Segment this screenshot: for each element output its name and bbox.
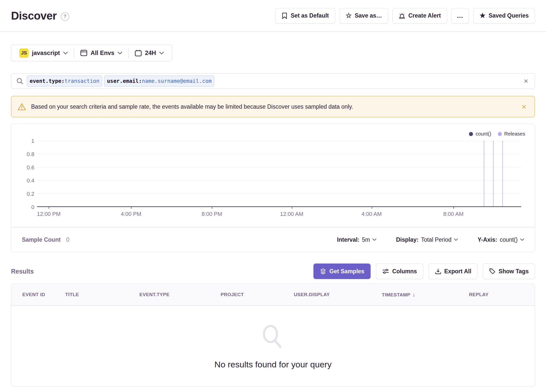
window-icon [80,50,87,56]
page-title: Discover [11,10,57,22]
display-value: Total Period [421,236,451,243]
token-value: name.surname@email.com [142,78,212,84]
release-line[interactable] [502,141,503,206]
token-value: transaction [64,78,99,84]
y-axis-value: count() [500,236,518,243]
search-icon [16,78,23,85]
saved-queries-button[interactable]: ★ Saved Queries [473,8,535,24]
siren-icon [399,13,405,19]
column-header-timestamp[interactable]: TIMESTAMP↓ [382,291,469,298]
empty-message: No results found for your query [215,360,332,369]
environment-selector[interactable]: All Envs [74,49,128,56]
column-header-user-display[interactable]: USER.DISPLAY [294,292,382,297]
save-as-button[interactable]: ☆ Save as… [339,8,388,24]
y-axis-tick-label: 0.6 [11,164,34,171]
button-label: Export All [444,268,471,275]
interval-selector[interactable]: Interval: 5m [337,236,376,243]
column-header-event-id[interactable]: EVENT ID [22,292,65,297]
button-label: Get Samples [329,268,364,275]
time-range-selector[interactable]: 24H [129,49,170,56]
column-header-title[interactable]: TITLE [65,292,140,297]
button-label: Saved Queries [489,12,529,19]
release-line[interactable] [484,141,484,206]
x-axis-tick [453,206,454,209]
button-label: Show Tags [499,268,529,275]
stack-icon [320,268,326,275]
interval-value: 5m [362,236,370,243]
environment-selector-label: All Envs [91,49,114,56]
javascript-platform-icon: JS [19,48,29,58]
bookmark-icon [282,13,288,19]
column-header-replay[interactable]: REPLAY [469,292,535,297]
y-axis-tick-label: 1 [11,138,34,144]
events-chart-panel: count() Releases 10.80.60.40.20 12:00 PM… [11,124,535,252]
y-axis-tick-label: 0.8 [11,151,34,158]
releases-dot-icon [498,132,502,136]
time-range-selector-label: 24H [145,49,156,56]
x-axis-tick-label: 12:00 PM [37,211,60,217]
magnifier-empty-icon [259,323,287,351]
legend-label: Releases [504,131,525,137]
chevron-down-icon [454,238,458,241]
empty-state: No results found for your query [11,306,535,386]
sample-count-label: Sample Count [22,236,61,243]
y-axis-selector[interactable]: Y-Axis: count() [477,236,524,243]
export-all-button[interactable]: Export All [429,264,478,279]
column-header-project[interactable]: PROJECT [221,292,294,297]
column-header-event-type[interactable]: EVENT.TYPE [140,292,221,297]
table-header-row: EVENT IDTITLEEVENT.TYPEPROJECTUSER.DISPL… [11,284,535,306]
search-input[interactable]: event.type:transaction user.email:name.s… [11,73,535,89]
clear-search-icon[interactable]: × [522,77,530,85]
button-label: Columns [392,268,417,275]
warning-triangle-icon [18,103,26,111]
set-as-default-button[interactable]: Set as Default [275,8,335,24]
x-axis-tick-label: 4:00 PM [121,211,141,217]
x-axis-tick-label: 8:00 AM [443,211,464,217]
help-icon[interactable]: ? [61,12,69,21]
legend-item-releases[interactable]: Releases [498,131,525,137]
page-filter-bar: JS javascript All Envs 24H [11,45,172,61]
gridline [37,167,521,167]
get-samples-button[interactable]: Get Samples [313,264,371,279]
display-label: Display: [396,236,418,243]
show-tags-button[interactable]: Show Tags [483,264,535,279]
x-axis-tick [49,206,49,209]
header-actions: Set as Default ☆ Save as… Create Alert …… [275,8,535,24]
more-options-button[interactable]: … [451,8,469,24]
chevron-down-icon [372,238,376,241]
results-toolbar: Results Get Samples Columns [11,263,535,280]
gridline [37,154,521,154]
chart-plot: 12:00 PM4:00 PM8:00 PM12:00 AM4:00 AM8:0… [37,141,521,207]
sample-count-value: 0 [66,236,70,243]
x-axis-tick [372,206,372,209]
gridline [37,180,521,181]
columns-button[interactable]: Columns [376,264,423,279]
sampled-data-alert: Based on your search criteria and sample… [11,96,535,117]
tag-icon [489,268,496,275]
alert-message: Based on your search criteria and sample… [31,103,515,110]
y-axis-labels: 10.80.60.40.20 [11,141,34,207]
results-table: EVENT IDTITLEEVENT.TYPEPROJECTUSER.DISPL… [11,284,535,386]
x-axis-tick [212,206,212,209]
x-axis-tick-label: 12:00 AM [280,211,303,217]
legend-label: count() [475,131,491,137]
search-token-user-email[interactable]: user.email:name.surname@email.com [104,76,214,87]
close-alert-icon[interactable]: × [520,103,528,111]
project-selector[interactable]: JS javascript [13,48,74,58]
y-axis-tick-label: 0.2 [11,191,34,197]
title-wrap: Discover ? [11,10,69,22]
star-outline-icon: ☆ [346,12,352,19]
gridline [37,141,521,141]
x-axis-tick-label: 8:00 PM [201,211,222,217]
calendar-icon [135,50,142,56]
release-line[interactable] [493,141,494,206]
chart-legend: count() Releases [469,131,525,137]
chevron-down-icon [118,52,122,54]
display-selector[interactable]: Display: Total Period [396,236,458,243]
x-axis-tick [131,206,131,209]
token-key: event.type: [30,78,64,84]
search-token-event-type[interactable]: event.type:transaction [27,76,102,87]
chart-footer-controls: Interval: 5m Display: Total Period Y-Axi… [337,236,524,243]
create-alert-button[interactable]: Create Alert [392,8,447,24]
legend-item-count[interactable]: count() [469,131,491,137]
